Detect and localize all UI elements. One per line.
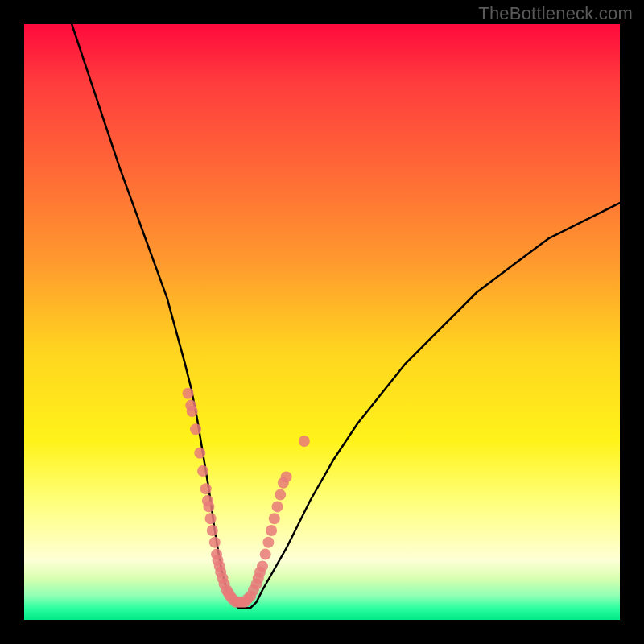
data-dot	[194, 448, 205, 459]
data-dot	[272, 501, 283, 512]
data-dot	[197, 465, 208, 477]
bottleneck-curve	[72, 24, 620, 608]
data-dot	[187, 406, 198, 417]
data-dot	[260, 549, 271, 560]
data-dot	[190, 423, 201, 435]
data-dot	[281, 471, 292, 482]
data-dot	[183, 388, 194, 399]
data-dot	[275, 489, 286, 501]
data-dot	[257, 560, 268, 572]
data-dot	[299, 436, 310, 447]
data-dot	[203, 501, 214, 512]
data-dot	[269, 513, 280, 524]
data-dot	[205, 513, 217, 524]
watermark-text: TheBottleneck.com	[478, 3, 633, 24]
data-dot	[200, 483, 212, 494]
data-dot	[262, 537, 274, 548]
plot-area	[24, 24, 620, 620]
data-dot	[266, 525, 277, 536]
chart-svg	[24, 24, 620, 620]
chart-frame: TheBottleneck.com	[0, 0, 644, 644]
data-dot	[207, 525, 218, 536]
data-dot	[209, 537, 221, 548]
